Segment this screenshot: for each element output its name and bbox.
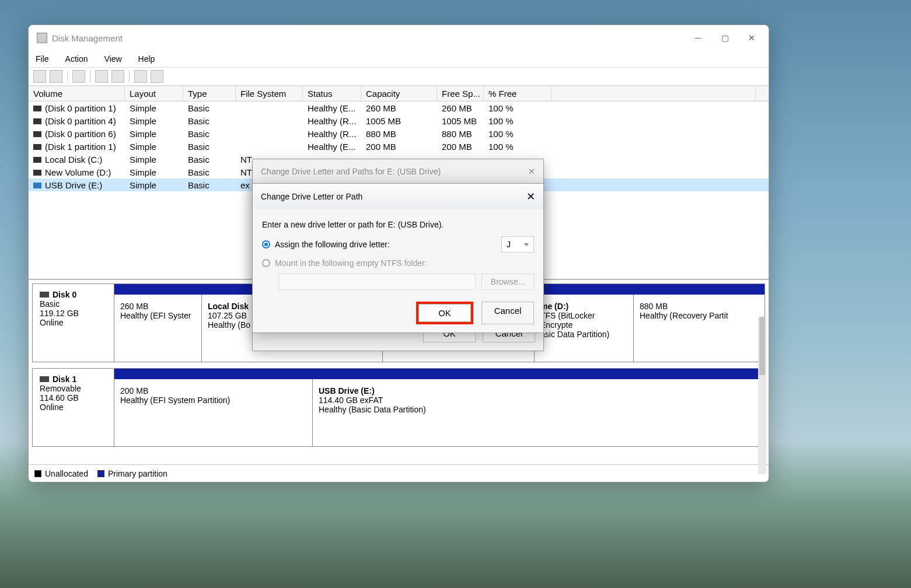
disk-info: Disk 1Removable114.60 GBOnline (33, 369, 114, 446)
app-icon (37, 33, 47, 43)
titlebar[interactable]: Disk Management ─ ▢ ✕ (29, 25, 769, 51)
scrollbar[interactable] (758, 317, 766, 474)
disk-icon (33, 170, 41, 176)
disk-info: Disk 0Basic119.12 GBOnline (33, 284, 114, 362)
menu-action[interactable]: Action (63, 53, 90, 65)
drive-letter-select[interactable]: J (501, 236, 534, 253)
disk-icon (40, 292, 49, 298)
partition[interactable]: 880 MBHealthy (Recovery Partit (634, 295, 748, 362)
volume-row[interactable]: (Disk 1 partition 1)SimpleBasicHealthy (… (29, 140, 769, 153)
col-status[interactable]: Status (303, 86, 361, 101)
menu-file[interactable]: File (33, 53, 51, 65)
col-empty (552, 86, 756, 101)
dialog-titlebar[interactable]: Change Drive Letter or Path ✕ (253, 184, 543, 209)
toolbar-separator (67, 70, 68, 83)
close-button[interactable]: ✕ (738, 29, 765, 47)
toolbar-icon[interactable] (151, 70, 163, 83)
toolbar-separator (90, 70, 90, 83)
col-pctfree[interactable]: % Free (484, 86, 552, 101)
menu-view[interactable]: View (102, 53, 124, 65)
dialog-titlebar[interactable]: Change Drive Letter and Paths for E: (US… (253, 159, 543, 184)
radio-mount-label: Mount in the following empty NTFS folder… (275, 258, 427, 268)
toolbar (29, 67, 769, 86)
disk-icon (33, 144, 41, 150)
volume-row[interactable]: (Disk 0 partition 4)SimpleBasicHealthy (… (29, 114, 769, 127)
close-icon[interactable]: ✕ (528, 167, 535, 176)
volume-row[interactable]: (Disk 0 partition 1)SimpleBasicHealthy (… (29, 102, 769, 114)
legend: Unallocated Primary partition (29, 464, 769, 482)
legend-swatch-primary (97, 470, 104, 477)
refresh-icon[interactable] (111, 70, 124, 83)
legend-primary: Primary partition (108, 469, 167, 478)
forward-icon[interactable] (50, 70, 62, 83)
partition[interactable]: 200 MBHealthy (EFI System Partition) (114, 379, 313, 446)
col-free[interactable]: Free Sp... (437, 86, 484, 101)
col-type[interactable]: Type (183, 86, 236, 101)
disk-icon (33, 183, 41, 188)
legend-unallocated: Unallocated (45, 469, 88, 478)
toolbar-separator (129, 70, 130, 83)
ok-button[interactable]: OK (418, 304, 471, 322)
disk-color-bar (114, 369, 765, 379)
partition[interactable]: me (D:)TFS (BitLocker Encrypteasic Data … (535, 295, 634, 362)
partition[interactable]: USB Drive (E:)114.40 GB exFATHealthy (Ba… (313, 379, 748, 446)
radio-assign-label: Assign the following drive letter: (275, 240, 390, 249)
disk-icon (40, 376, 49, 382)
disk-icon (33, 118, 41, 124)
cancel-button[interactable]: Cancel (481, 302, 534, 324)
col-volume[interactable]: Volume (29, 86, 125, 101)
disk-row: Disk 1Removable114.60 GBOnline200 MBHeal… (32, 368, 765, 447)
col-filesystem[interactable]: File System (236, 86, 303, 101)
col-capacity[interactable]: Capacity (361, 86, 437, 101)
change-drive-letter-dialog: Change Drive Letter or Path ✕ Enter a ne… (252, 183, 544, 333)
browse-button: Browse... (481, 274, 534, 290)
dialog-title: Change Drive Letter and Paths for E: (US… (261, 167, 441, 176)
volume-row[interactable]: (Disk 0 partition 6)SimpleBasicHealthy (… (29, 127, 769, 140)
toolbar-icon[interactable] (134, 70, 147, 83)
radio-mount-folder[interactable] (262, 259, 270, 267)
menu-help[interactable]: Help (136, 53, 158, 65)
dialog-prompt: Enter a new drive letter or path for E: … (262, 220, 534, 229)
back-icon[interactable] (33, 70, 46, 83)
ntfs-path-input (278, 274, 476, 290)
close-icon[interactable]: ✕ (526, 190, 535, 203)
volume-list-header: Volume Layout Type File System Status Ca… (29, 86, 769, 102)
radio-assign-letter[interactable] (262, 240, 270, 249)
partition[interactable]: 260 MBHealthy (EFI Syster (114, 295, 202, 362)
properties-icon[interactable] (72, 70, 85, 83)
scrollbar-thumb[interactable] (759, 317, 765, 375)
ok-button-highlight: OK (416, 302, 473, 324)
minimize-button[interactable]: ─ (685, 29, 711, 47)
dialog-title: Change Drive Letter or Path (261, 192, 362, 201)
help-icon[interactable] (95, 70, 108, 83)
disk-icon (33, 157, 41, 163)
disk-icon (33, 106, 41, 111)
disk-icon (33, 131, 41, 137)
window-title: Disk Management (52, 33, 685, 43)
maximize-button[interactable]: ▢ (711, 29, 738, 47)
col-layout[interactable]: Layout (125, 86, 183, 101)
legend-swatch-unallocated (34, 470, 41, 477)
menubar: File Action View Help (29, 51, 769, 67)
